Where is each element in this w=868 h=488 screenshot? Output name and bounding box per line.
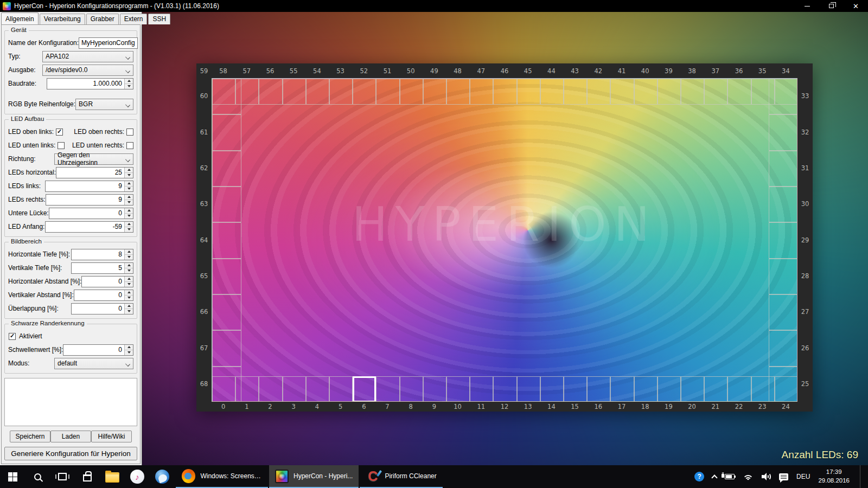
led-index-label: 32	[801, 129, 809, 136]
thunderbird-button[interactable]	[150, 465, 175, 488]
laden-button[interactable]: Laden	[50, 431, 91, 442]
speichern-button[interactable]: Speichern	[10, 431, 50, 442]
taskbar-app-firefox[interactable]: Windows: Screensh...	[176, 465, 268, 488]
leds-links-spinner[interactable]: 9	[45, 181, 133, 192]
led-index-label: 59	[200, 67, 208, 75]
aktiviert-checkbox[interactable]	[9, 333, 16, 340]
ausgabe-select[interactable]: /dev/spidev0.0	[42, 65, 133, 76]
led-cell	[517, 376, 540, 402]
leds-horizontal-spinner[interactable]: 25	[56, 167, 133, 178]
horizontaler-abstand-spinner[interactable]: 0	[81, 276, 133, 287]
wifi-icon[interactable]	[743, 473, 754, 480]
tab-grabber[interactable]: Grabber	[86, 14, 119, 24]
generiere-konfiguration-button[interactable]: Generiere Konfiguration für Hyperion	[4, 447, 137, 460]
horizontale-tiefe-spinner[interactable]: 8	[71, 249, 133, 260]
led-cell	[769, 79, 797, 114]
baudrate-spinner[interactable]: 1.000.000	[47, 78, 133, 89]
tab-page-allgemein: Gerät Name der Konfiguration: MyHyperion…	[1, 24, 141, 464]
typ-select[interactable]: APA102	[42, 51, 133, 62]
store-button[interactable]	[75, 465, 100, 488]
richtung-select[interactable]: Gegen den Uhrzeigersinn	[54, 153, 133, 165]
clock[interactable]: 17:39 29.08.2016	[818, 468, 850, 485]
leds-rechts-spinner[interactable]: 9	[46, 194, 133, 206]
ueberlappung-spinner[interactable]: 0	[71, 303, 133, 314]
led-cell	[259, 79, 282, 105]
led-cell	[769, 259, 797, 294]
group-bildbereich: Bildbereich Horizontale Tiefe [%]: 8 Ver…	[4, 242, 137, 319]
led-index-label: 18	[641, 403, 649, 410]
tray-expand-chevron-icon[interactable]	[711, 474, 717, 480]
taskbar-search-button[interactable]	[25, 465, 50, 488]
spinner-buttons[interactable]	[124, 79, 133, 89]
led-oben-links-checkbox[interactable]	[56, 129, 63, 136]
config-name-input[interactable]: MyHyperionConfig	[79, 37, 138, 49]
led-index-label: 20	[688, 403, 696, 410]
hypercon-window-icon	[3, 2, 11, 10]
close-button[interactable]: ✕	[844, 0, 868, 12]
field-vertikaler-abstand: Vertikaler Abstand [%]: 0	[8, 289, 133, 301]
field-config-name: Name der Konfiguration: MyHyperionConfig	[8, 37, 133, 49]
led-cell	[470, 79, 493, 105]
keyboard-language-indicator[interactable]: DEU	[796, 473, 810, 480]
led-oben-rechts-checkbox[interactable]	[126, 129, 133, 136]
group-title: Schwarze Randerkennung	[9, 320, 87, 326]
field-schwellenwert: Schwellenwert [%]: 0	[8, 344, 133, 356]
vertikale-tiefe-spinner[interactable]: 5	[71, 262, 133, 274]
led-index-label: 45	[524, 67, 532, 75]
store-bag-icon	[83, 474, 92, 481]
led-index-label: 13	[524, 403, 532, 410]
untere-luecke-spinner[interactable]: 0	[49, 208, 133, 219]
led-cell	[329, 79, 353, 105]
action-center-icon[interactable]	[779, 473, 788, 480]
field-richtung: Richtung: Gegen den Uhrzeigersinn	[8, 153, 133, 165]
rgb-order-select[interactable]: BGR	[75, 99, 133, 110]
led-cell	[540, 376, 564, 402]
restore-button[interactable]	[819, 0, 844, 12]
led-cell	[423, 79, 446, 105]
led-index-label: 37	[711, 67, 719, 75]
taskbar-app-hypercon[interactable]: HyperCon - Hyperi...	[269, 465, 359, 488]
system-tray: ? DEU 17:39 29.08.2016	[694, 465, 868, 488]
windows-logo-icon	[8, 472, 17, 481]
taskbar-app-label: Piriform CCleaner	[385, 472, 436, 480]
led-cell	[493, 79, 516, 105]
file-explorer-button[interactable]	[100, 465, 125, 488]
config-panel: AllgemeinVerarbeitungGrabberExternSSH Ge…	[0, 12, 142, 465]
battery-icon[interactable]	[725, 474, 735, 479]
start-button[interactable]	[0, 465, 25, 488]
led-index-label: 8	[409, 403, 413, 410]
selected-led-cell	[353, 376, 376, 402]
field-baudrate: Baudrate: 1.000.000	[8, 78, 133, 89]
tab-ssh[interactable]: SSH	[148, 14, 170, 24]
minimize-button[interactable]	[795, 0, 819, 12]
schwellenwert-spinner[interactable]: 0	[63, 344, 133, 356]
led-index-label: 17	[618, 403, 626, 410]
group-title: LED Aufbau	[9, 115, 46, 122]
led-cell	[212, 259, 241, 294]
hilfe-wiki-button[interactable]: Hilfe/Wiki	[91, 431, 132, 442]
led-index-label: 15	[571, 403, 579, 410]
led-preview-area: HYPERION 5958575655545352515049484746454…	[142, 12, 868, 465]
led-cell	[681, 79, 704, 105]
led-index-label: 53	[336, 67, 344, 75]
itunes-button[interactable]: ♪	[125, 465, 150, 488]
task-view-button[interactable]	[50, 465, 75, 488]
led-index-label: 5	[339, 403, 342, 410]
volume-icon[interactable]	[762, 473, 771, 480]
tab-verarbeitung[interactable]: Verarbeitung	[40, 14, 85, 24]
led-unten-rechts-checkbox[interactable]	[126, 142, 133, 149]
led-index-label: 28	[801, 272, 809, 280]
show-desktop-strip[interactable]	[860, 465, 863, 488]
led-index-label: 63	[200, 200, 208, 208]
modus-select[interactable]: default	[54, 358, 133, 369]
help-tray-icon[interactable]: ?	[694, 472, 704, 481]
vertikaler-abstand-spinner[interactable]: 0	[74, 290, 133, 301]
tab-extern[interactable]: Extern	[120, 14, 148, 24]
led-index-label: 10	[454, 403, 462, 410]
led-unten-links-checkbox[interactable]	[58, 142, 65, 149]
tab-allgemein[interactable]: Allgemein	[1, 12, 39, 24]
taskbar-app-ccleaner[interactable]: CPiriform CCleaner	[360, 465, 442, 488]
led-anfang-spinner[interactable]: -59	[45, 221, 133, 233]
led-cell	[769, 222, 797, 258]
taskbar: ♪ Windows: Screensh...HyperCon - Hyperi.…	[0, 465, 868, 488]
